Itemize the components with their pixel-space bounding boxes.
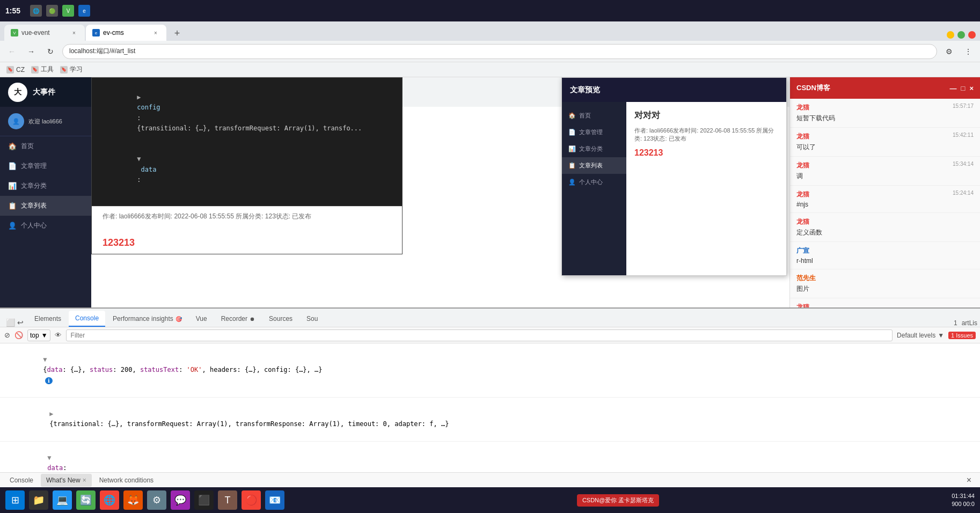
nav-home[interactable]: 🏠 首页 <box>0 136 91 156</box>
tab-ev-cms[interactable]: e ev-cms × <box>86 25 166 41</box>
toolbar-eye-icon[interactable]: 👁 <box>55 331 62 339</box>
tab-vue-event[interactable]: V vue-event × <box>4 25 85 41</box>
preview-article-mgmt-label: 文章管理 <box>579 128 603 136</box>
tab-vue[interactable]: Vue <box>189 311 214 327</box>
console-output: ▼ {data: {…}, status: 200, statusText: '… <box>0 343 980 472</box>
tab-sources[interactable]: Sources <box>262 311 299 327</box>
console-data-label: data <box>47 464 63 472</box>
bookmark-learn[interactable]: 🔖 学习 <box>60 65 83 74</box>
tab-performance[interactable]: Performance insights 🎯 <box>106 311 188 327</box>
chat-item-0: 龙猫 15:57:17 短暂下载代码 <box>790 99 980 128</box>
back-button[interactable]: ← <box>4 44 19 59</box>
maximize-icon[interactable]: □ <box>961 84 966 92</box>
nav-article-mgmt[interactable]: 📄 文章管理 <box>0 156 91 176</box>
taskbar-app-icon-2[interactable]: 🟢 <box>46 5 58 17</box>
extensions-button[interactable]: ⚙ <box>941 44 956 59</box>
sidebar-user: 👤 欢迎 laoli666 <box>0 107 91 136</box>
article-number-display: 123213 <box>103 237 391 248</box>
taskbar-red[interactable]: 🔴 <box>242 490 261 510</box>
preview-nav-home[interactable]: 🏠 首页 <box>562 107 626 124</box>
taskbar-app-icon-3[interactable]: V <box>62 5 74 17</box>
chat-item-1: 龙猫 15:42:11 可以了 <box>790 128 980 157</box>
taskbar-computer[interactable]: 💻 <box>53 490 72 510</box>
sec-tab-network-cond[interactable]: Network conditions <box>94 474 159 487</box>
console-data-colon: : {…}, <box>62 366 90 373</box>
expand-arrow-data: ▼ <box>47 454 51 461</box>
expand-arrow-2[interactable]: ▼ <box>137 155 141 163</box>
minimize-btn[interactable] <box>947 31 954 39</box>
minimize-icon[interactable]: — <box>950 84 957 92</box>
user-avatar: 👤 <box>8 113 24 129</box>
preview-nav-article-cat[interactable]: 📊 文章分类 <box>562 141 626 157</box>
devtools-icon-2[interactable]: ↩ <box>17 318 24 327</box>
forward-button[interactable]: → <box>24 44 39 59</box>
menu-button[interactable]: ⋮ <box>961 44 976 59</box>
taskbar-refresh[interactable]: 🔄 <box>76 490 96 510</box>
preview-nav-article-list[interactable]: 📋 文章列表 <box>562 157 626 174</box>
taskbar-explorer[interactable]: 📁 <box>29 490 48 510</box>
chat-item-6: 范先生 图片 <box>790 269 980 298</box>
taskbar-mail[interactable]: 📧 <box>265 490 284 510</box>
close-btn[interactable] <box>968 31 976 39</box>
preview-profile-icon: 👤 <box>568 179 576 186</box>
tab-sou[interactable]: Sou <box>300 311 324 327</box>
tab-close-vue[interactable]: × <box>70 28 78 37</box>
chat-item-5: 广宣 r-html <box>790 242 980 269</box>
code-line-config: ▶ config : {transitional: {…}, transform… <box>98 82 396 144</box>
nav-article-list[interactable]: 📋 文章列表 <box>0 196 91 216</box>
url-bar[interactable]: localhost:端口/#/art_list <box>62 44 937 59</box>
toolbar-icon-prohibit[interactable]: ⊘ <box>4 331 10 339</box>
bookmark-icon-tools: 🔖 <box>31 66 39 74</box>
start-button[interactable]: ⊞ <box>5 490 25 510</box>
recorder-badge: ⏺ <box>250 316 255 322</box>
tab-elements[interactable]: Elements <box>28 311 68 327</box>
console-line-config-expandable[interactable]: ▶ {transitional: {…}, transformRequest: … <box>0 398 980 442</box>
taskbar-typora[interactable]: T <box>218 490 237 510</box>
top-selector[interactable]: top ▼ <box>27 329 50 341</box>
nav-article-cat[interactable]: 📊 文章分类 <box>0 176 91 196</box>
tab-close-cms[interactable]: × <box>151 28 160 37</box>
bookmark-cz[interactable]: 🔖 CZ <box>6 66 25 74</box>
chat-user-0: 龙猫 <box>796 104 809 111</box>
tab-console[interactable]: Console <box>69 311 105 327</box>
taskbar-app-icon-4[interactable]: e <box>78 5 90 17</box>
expand-arrow[interactable]: ▶ <box>137 93 141 101</box>
tab-recorder[interactable]: Recorder ⏺ <box>215 311 261 327</box>
toolbar-icon-clear[interactable]: 🚫 <box>14 331 23 339</box>
devtools-icon-1[interactable]: ⬜ <box>6 318 15 327</box>
preview-nav-article-mgmt[interactable]: 📄 文章管理 <box>562 124 626 141</box>
sec-tab-whats-new[interactable]: What's New × <box>41 474 92 487</box>
filter-input[interactable] <box>66 329 893 341</box>
taskbar-chrome[interactable]: 🌐 <box>100 490 119 510</box>
preview-header: 文章预览 <box>562 78 786 102</box>
preview-nav-profile[interactable]: 👤 个人中心 <box>562 174 626 190</box>
new-tab-button[interactable]: + <box>170 26 185 41</box>
devtools-tab-bar: ⬜ ↩ Elements Console Performance insight… <box>0 309 980 327</box>
sec-tab-close[interactable]: × <box>83 477 86 484</box>
reload-button[interactable]: ↻ <box>43 44 58 59</box>
expand-arrow-outer: ▼ <box>43 356 47 363</box>
sec-tabs-right: × <box>962 475 976 485</box>
close-devtools-btn[interactable]: × <box>962 475 976 485</box>
tab-vue-label: Vue <box>196 315 207 323</box>
maximize-btn[interactable] <box>957 31 965 39</box>
console-line-data-outer[interactable]: ▼ {data: {…}, status: 200, statusText: '… <box>0 343 980 398</box>
chat-header-6: 范先生 <box>796 274 974 283</box>
sec-tab-console-label: Console <box>10 477 33 484</box>
bookmark-tools[interactable]: 🔖 工具 <box>31 65 54 74</box>
taskbar-settings[interactable]: ⚙ <box>147 490 166 510</box>
taskbar-terminal[interactable]: ⬛ <box>194 490 214 510</box>
logo-char: 大 <box>14 87 21 97</box>
chat-header-3: 龙猫 15:24:14 <box>796 190 974 199</box>
default-levels[interactable]: Default levels ▼ <box>897 332 944 339</box>
nav-profile[interactable]: 👤 个人中心 <box>0 216 91 236</box>
taskbar-app-icon-1[interactable]: 🌐 <box>30 5 42 17</box>
sec-tab-console[interactable]: Console <box>4 474 39 487</box>
preview-article-mgmt-icon: 📄 <box>568 129 576 136</box>
user-greeting: 欢迎 laoli666 <box>28 118 62 126</box>
code-config-val: {transitional: {…}, transformRequest: Ar… <box>137 124 362 132</box>
response-overlay: ▶ config : {transitional: {…}, transform… <box>91 77 403 254</box>
close-icon[interactable]: × <box>969 84 974 92</box>
taskbar-chat[interactable]: 💬 <box>171 490 190 510</box>
taskbar-firefox[interactable]: 🦊 <box>123 490 143 510</box>
